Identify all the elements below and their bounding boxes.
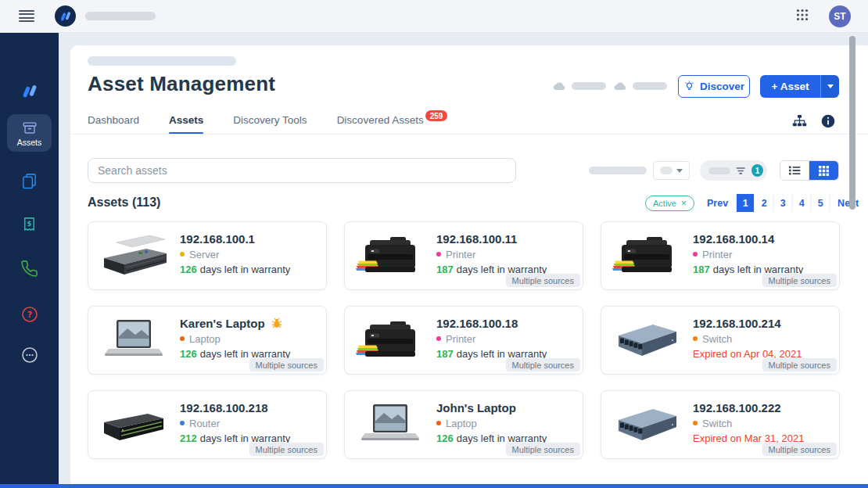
sidebar-item-assets[interactable]: Assets <box>7 114 52 152</box>
sidebar-item-more[interactable] <box>0 346 59 364</box>
apps-grid-icon[interactable] <box>796 9 809 24</box>
discover-button-label: Discover <box>700 81 744 92</box>
pagination-page-5[interactable]: 5 <box>812 194 829 212</box>
help-icon: ? <box>20 305 39 324</box>
server-image <box>98 232 170 279</box>
add-asset-button[interactable]: + Asset <box>760 75 839 98</box>
cloud-skeleton <box>572 82 606 90</box>
asset-card[interactable]: Karen's Laptop Laptop <box>88 306 327 375</box>
more-icon <box>20 346 39 364</box>
printer-image <box>354 317 426 364</box>
sidebar-flame-icon[interactable] <box>0 83 59 100</box>
cloud-sync-status-1 <box>553 81 606 91</box>
hierarchy-icon[interactable] <box>792 114 807 131</box>
asset-name: John's Laptop <box>436 401 516 414</box>
asset-type-dot <box>180 252 185 257</box>
switch-image <box>611 317 683 364</box>
view-toggle <box>780 160 839 181</box>
asset-card[interactable]: John's Laptop Laptop <box>344 390 583 459</box>
grid-view-button[interactable] <box>809 161 838 180</box>
pagination-next-button[interactable]: Next <box>830 194 866 212</box>
laptop-image <box>98 317 170 364</box>
sidebar-item-label: Assets <box>17 138 42 147</box>
pagination-page-2[interactable]: 2 <box>755 194 773 212</box>
filter-icon <box>736 167 745 175</box>
main-panel: Asset Management Discover + Ass <box>70 45 868 484</box>
list-view-button[interactable] <box>780 161 809 180</box>
sidebar-item-phone[interactable] <box>0 260 59 278</box>
cloud-icon <box>553 81 566 91</box>
asset-box-icon <box>21 120 38 137</box>
asset-type-dot <box>436 336 441 341</box>
tab-dashboard[interactable]: Dashboard <box>88 114 139 135</box>
filter-skeleton <box>708 167 730 174</box>
asset-card[interactable]: 192.168.100.1 Server <box>88 221 327 290</box>
asset-type-dot <box>436 252 441 257</box>
tab-bar: Dashboard Assets Discovery Tools Discove… <box>88 111 447 135</box>
pagination-page-1[interactable]: 1 <box>737 194 754 212</box>
search-input[interactable] <box>88 158 516 183</box>
printer-image <box>354 232 426 279</box>
close-icon[interactable]: × <box>681 199 687 208</box>
multiple-sources-badge: Multiple sources <box>506 358 580 371</box>
asset-type-dot <box>693 421 698 425</box>
sidebar-item-documents[interactable] <box>0 172 59 190</box>
pagination: Prev 1 2 3 4 5 Next <box>700 194 866 212</box>
pagination-prev-button[interactable]: Prev <box>700 194 735 212</box>
tab-discovered-assets[interactable]: Discovered Assets259 <box>337 114 448 135</box>
filter-button[interactable]: 1 <box>700 160 767 181</box>
asset-card[interactable]: 192.168.100.11 Printer <box>344 221 583 290</box>
asset-type: Laptop <box>189 333 221 345</box>
asset-card[interactable]: 192.168.100.14 Printer <box>601 221 840 290</box>
multiple-sources-badge: Multiple sources <box>249 443 324 456</box>
scrollbar-thumb[interactable] <box>849 36 855 210</box>
multiple-sources-badge: Multiple sources <box>249 358 324 371</box>
asset-card[interactable]: 192.168.100.222 Switch <box>601 390 840 459</box>
asset-name: 192.168.100.1 <box>180 232 255 246</box>
tab-assets[interactable]: Assets <box>169 114 203 135</box>
warranty-text: 126days left in warranty <box>180 264 290 275</box>
asset-type-dot <box>693 336 698 341</box>
tabs-divider <box>70 134 868 135</box>
add-asset-button-label[interactable]: + Asset <box>760 75 820 98</box>
switch-image <box>611 401 683 448</box>
active-filter-label: Active <box>653 199 676 208</box>
sidebar-item-help[interactable]: ? <box>0 305 59 324</box>
hamburger-menu-icon[interactable] <box>19 10 34 23</box>
info-icon[interactable] <box>821 114 835 131</box>
documents-icon <box>20 172 38 190</box>
asset-type-dot <box>436 421 441 425</box>
grid-view-icon <box>819 166 829 176</box>
phone-icon <box>20 260 38 278</box>
laptop-image <box>354 401 426 448</box>
asset-type: Switch <box>702 418 732 429</box>
asset-card[interactable]: 192.168.100.214 Switch <box>601 306 840 375</box>
toolbar-dropdown[interactable] <box>653 161 690 180</box>
pagination-page-3[interactable]: 3 <box>774 194 791 212</box>
header-skeleton <box>88 56 236 66</box>
sidebar-item-billing[interactable]: $ <box>0 216 59 234</box>
dropdown-skeleton <box>660 167 673 174</box>
asset-card[interactable]: 192.168.100.218 Router <box>88 390 327 459</box>
cloud-icon <box>614 81 627 91</box>
add-asset-dropdown[interactable] <box>820 75 839 98</box>
chevron-down-icon <box>827 84 834 88</box>
asset-card[interactable]: 192.168.100.18 Printer <box>344 306 583 375</box>
asset-management-screen: ST Assets <box>0 0 868 488</box>
active-filter-chip[interactable]: Active × <box>645 196 694 211</box>
bug-icon <box>271 318 282 328</box>
topbar-skeleton <box>85 12 156 20</box>
flame-icon <box>59 10 72 23</box>
discover-button[interactable]: Discover <box>678 75 750 98</box>
tab-discovery-tools[interactable]: Discovery Tools <box>233 114 307 135</box>
bottom-accent-strip <box>0 484 868 488</box>
avatar[interactable]: ST <box>829 5 851 27</box>
multiple-sources-badge: Multiple sources <box>506 443 580 456</box>
asset-type: Laptop <box>446 418 477 429</box>
chevron-down-icon <box>676 169 683 173</box>
svg-text:?: ? <box>27 310 31 320</box>
page-title: Asset Management <box>88 72 275 96</box>
svg-text:$: $ <box>27 220 32 228</box>
pagination-page-4[interactable]: 4 <box>793 194 810 212</box>
freshservice-logo[interactable] <box>55 5 76 27</box>
